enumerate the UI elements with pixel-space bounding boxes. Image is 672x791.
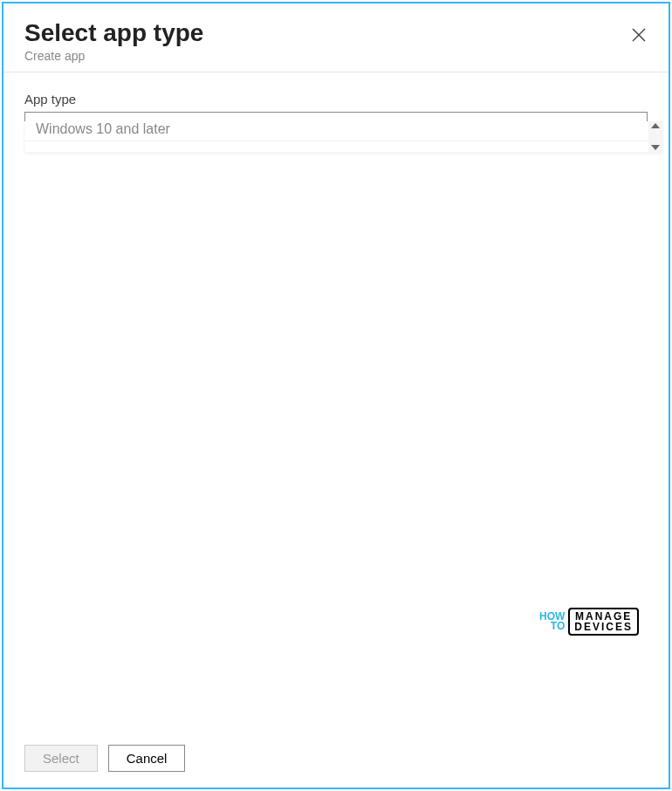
- dropdown-list: Windows 10 and later macOS Microsoft Def…: [25, 121, 648, 152]
- scroll-down-arrow[interactable]: [651, 145, 660, 150]
- panel-body: App type Select app type Windows 10 and …: [3, 72, 669, 140]
- scroll-track[interactable]: [648, 128, 662, 145]
- select-button[interactable]: Select: [24, 745, 98, 772]
- panel-frame: Select app type Create app App type Sele…: [2, 2, 670, 789]
- dropdown-item-cutoff[interactable]: Windows 10 and later: [25, 121, 648, 141]
- panel-header: Select app type Create app: [3, 3, 669, 72]
- page-title: Select app type: [24, 19, 648, 47]
- dropdown-scrollbar[interactable]: [648, 121, 662, 152]
- cancel-button[interactable]: Cancel: [108, 745, 186, 772]
- app-type-label: App type: [24, 92, 648, 107]
- dropdown-item[interactable]: macOS: [25, 141, 648, 152]
- app-type-dropdown: Windows 10 and later macOS Microsoft Def…: [24, 121, 663, 152]
- page-subtitle: Create app: [24, 49, 648, 63]
- watermark-howto: HOW TO: [539, 612, 565, 631]
- watermark-box: MANAGE DEVICES: [568, 608, 639, 636]
- close-button[interactable]: [627, 23, 651, 47]
- watermark: HOW TO MANAGE DEVICES: [539, 608, 639, 636]
- close-icon: [631, 27, 647, 43]
- panel-footer: Select Cancel: [24, 745, 185, 772]
